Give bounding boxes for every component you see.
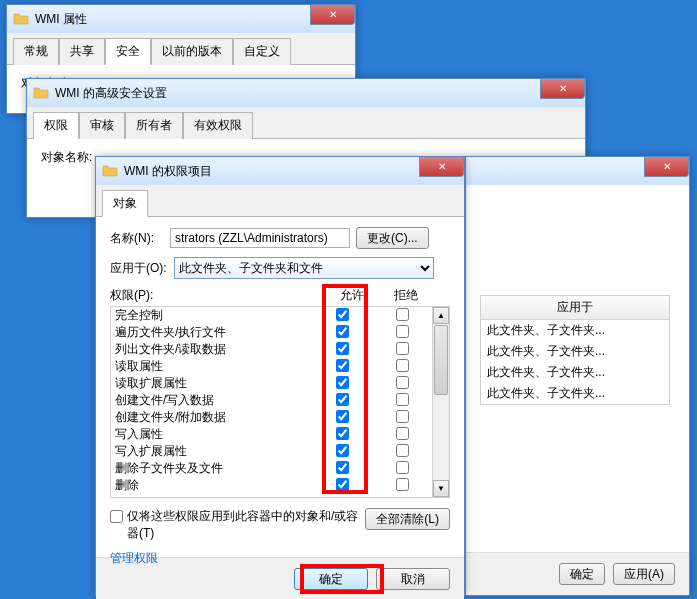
permission-name: 完全控制 [115,307,312,324]
tab-sharing[interactable]: 共享 [59,38,105,65]
allow-checkbox[interactable] [336,427,349,440]
tab-security[interactable]: 安全 [105,38,151,65]
permission-row: 删除 [111,477,449,494]
allow-checkbox[interactable] [336,342,349,355]
deny-checkbox[interactable] [396,410,409,423]
close-icon: ✕ [663,162,671,172]
close-button[interactable]: ✕ [644,157,689,177]
deny-checkbox[interactable] [396,308,409,321]
permission-row: 创建文件/写入数据 [111,392,449,409]
tabs-perm: 对象 [96,185,464,217]
window-title: WMI 的高级安全设置 [55,85,579,102]
deny-checkbox[interactable] [396,444,409,457]
permission-name: 写入属性 [115,426,312,443]
ok-button[interactable]: 确定 [559,563,605,585]
list-item[interactable]: 此文件夹、子文件夹... [481,341,669,362]
allow-checkbox[interactable] [336,478,349,491]
allow-checkbox[interactable] [336,359,349,372]
window-title: WMI 属性 [35,11,349,28]
scrollbar[interactable]: ▲ ▼ [432,307,449,497]
deny-checkbox[interactable] [396,427,409,440]
allow-checkbox[interactable] [336,410,349,423]
permission-name: 读取属性 [115,358,312,375]
apply-to-combo[interactable]: 此文件夹、子文件夹和文件 [174,257,434,279]
close-icon: ✕ [438,162,446,172]
folder-icon [13,11,29,27]
scroll-thumb[interactable] [434,325,448,395]
permission-name: 删除子文件夹及文件 [115,460,312,477]
tab-general[interactable]: 常规 [13,38,59,65]
apply-button[interactable]: 应用(A) [613,563,675,585]
deny-checkbox[interactable] [396,393,409,406]
tab-owner[interactable]: 所有者 [125,112,183,139]
scroll-down-icon[interactable]: ▼ [433,480,449,497]
permission-row: 写入属性 [111,426,449,443]
manage-permissions-link[interactable]: 管理权限 [110,550,158,567]
close-button[interactable]: ✕ [419,157,464,177]
permission-row: 删除子文件夹及文件 [111,460,449,477]
deny-checkbox[interactable] [396,376,409,389]
list-item[interactable]: 此文件夹、子文件夹... [481,362,669,383]
permission-name: 遍历文件夹/执行文件 [115,324,312,341]
tab-customize[interactable]: 自定义 [233,38,291,65]
deny-checkbox[interactable] [396,359,409,372]
tab-permissions[interactable]: 权限 [33,112,79,139]
deny-checkbox[interactable] [396,325,409,338]
allow-checkbox[interactable] [336,461,349,474]
permission-name: 创建文件/写入数据 [115,392,312,409]
permission-row: 创建文件夹/附加数据 [111,409,449,426]
list-item[interactable]: 此文件夹、子文件夹... [481,320,669,341]
permission-name: 创建文件夹/附加数据 [115,409,312,426]
clear-all-button[interactable]: 全部清除(L) [365,508,450,530]
cancel-button[interactable]: 取消 [376,568,450,590]
folder-icon [102,163,118,179]
apply-to-list: 应用于 此文件夹、子文件夹... 此文件夹、子文件夹... 此文件夹、子文件夹.… [480,295,670,405]
tab-object[interactable]: 对象 [102,190,148,217]
titlebar-advanced[interactable]: WMI 的高级安全设置 ✕ [27,79,585,107]
titlebar-bgright[interactable]: ✕ [466,157,689,185]
deny-header: 拒绝 [379,287,433,304]
allow-checkbox[interactable] [336,376,349,389]
tab-effective[interactable]: 有效权限 [183,112,253,139]
name-field[interactable] [170,228,350,248]
window-permission-entry: WMI 的权限项目 ✕ 对象 名称(N): 更改(C)... 应用于(O): 此… [95,156,465,596]
deny-checkbox[interactable] [396,461,409,474]
window-background-right: ✕ 应用于 此文件夹、子文件夹... 此文件夹、子文件夹... 此文件夹、子文件… [465,156,690,596]
deny-checkbox[interactable] [396,478,409,491]
titlebar-perm[interactable]: WMI 的权限项目 ✕ [96,157,464,185]
tabs-advanced: 权限 审核 所有者 有效权限 [27,107,585,139]
allow-checkbox[interactable] [336,444,349,457]
permission-row: 完全控制 [111,307,449,324]
allow-checkbox[interactable] [336,393,349,406]
allow-header: 允许 [325,287,379,304]
object-name-label: 对象名称: [41,150,92,164]
apply-to-label: 应用于(O): [110,260,170,277]
tab-previous-versions[interactable]: 以前的版本 [151,38,233,65]
only-apply-label: 仅将这些权限应用到此容器中的对象和/或容器(T) [127,508,365,542]
close-button[interactable]: ✕ [540,79,585,99]
allow-checkbox[interactable] [336,308,349,321]
permission-name: 读取扩展属性 [115,375,312,392]
tabs-properties: 常规 共享 安全 以前的版本 自定义 [7,33,355,65]
scroll-up-icon[interactable]: ▲ [433,307,449,324]
ok-button[interactable]: 确定 [294,568,368,590]
apply-to-header: 应用于 [481,296,669,320]
close-icon: ✕ [559,84,567,94]
permission-name: 列出文件夹/读取数据 [115,341,312,358]
name-label: 名称(N): [110,230,166,247]
deny-checkbox[interactable] [396,342,409,355]
permission-row: 读取扩展属性 [111,375,449,392]
list-item[interactable]: 此文件夹、子文件夹... [481,383,669,404]
permission-name: 写入扩展属性 [115,443,312,460]
only-apply-checkbox[interactable] [110,510,123,523]
titlebar-properties[interactable]: WMI 属性 ✕ [7,5,355,33]
permission-row: 列出文件夹/读取数据 [111,341,449,358]
allow-checkbox[interactable] [336,325,349,338]
close-icon: ✕ [329,10,337,20]
permissions-label: 权限(P): [110,287,321,304]
close-button[interactable]: ✕ [310,5,355,25]
permissions-list: 完全控制遍历文件夹/执行文件列出文件夹/读取数据读取属性读取扩展属性创建文件/写… [110,306,450,498]
change-button[interactable]: 更改(C)... [356,227,429,249]
permission-row: 写入扩展属性 [111,443,449,460]
tab-auditing[interactable]: 审核 [79,112,125,139]
